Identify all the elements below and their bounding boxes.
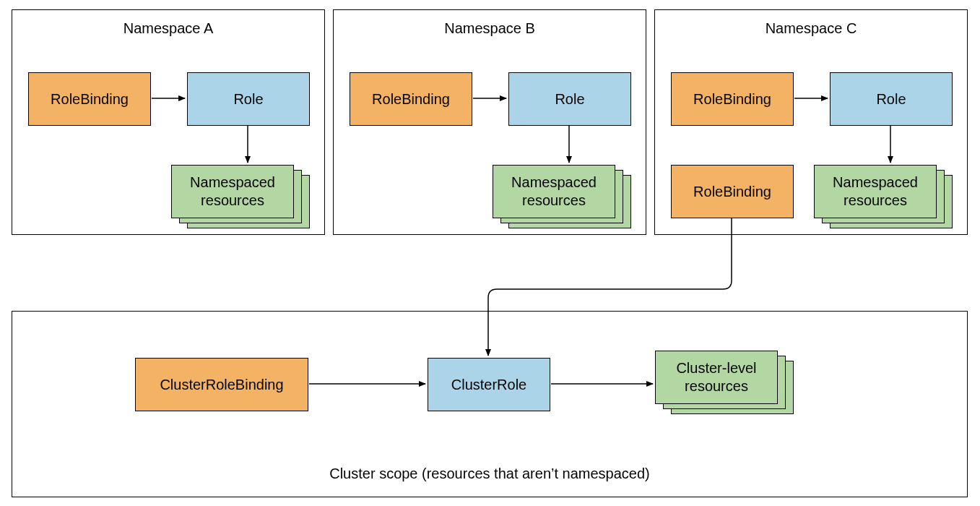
resources-a-stack: Namespaced resources [171,165,310,230]
rolebinding-a: RoleBinding [28,72,151,126]
resources-c-stack: Namespaced resources [814,165,953,230]
namespace-c-title: Namespace C [655,20,967,37]
namespace-b-title: Namespace B [334,20,646,37]
rolebinding-c: RoleBinding [671,72,794,126]
namespace-a-box: Namespace A RoleBinding Role Namespaced … [12,9,325,235]
resources-a: Namespaced resources [171,165,294,218]
role-b: Role [508,72,631,126]
role-c: Role [830,72,953,126]
cluster-caption: Cluster scope (resources that aren’t nam… [12,466,967,482]
cluster-scope-box: ClusterRoleBinding ClusterRole Cluster-l… [12,311,968,497]
rolebinding-b: RoleBinding [350,72,472,126]
rolebinding-c-2: RoleBinding [671,165,794,218]
namespace-b-box: Namespace B RoleBinding Role Namespaced … [333,9,646,235]
clusterrole: ClusterRole [428,358,550,411]
cluster-resources-stack: Cluster-level resources [655,351,794,417]
namespace-a-title: Namespace A [12,20,324,37]
clusterrolebinding: ClusterRoleBinding [135,358,308,411]
resources-b-stack: Namespaced resources [493,165,631,230]
role-a: Role [187,72,310,126]
resources-c: Namespaced resources [814,165,937,218]
cluster-resources: Cluster-level resources [655,351,778,404]
resources-b: Namespaced resources [493,165,615,218]
namespace-c-box: Namespace C RoleBinding Role RoleBinding… [654,9,968,235]
